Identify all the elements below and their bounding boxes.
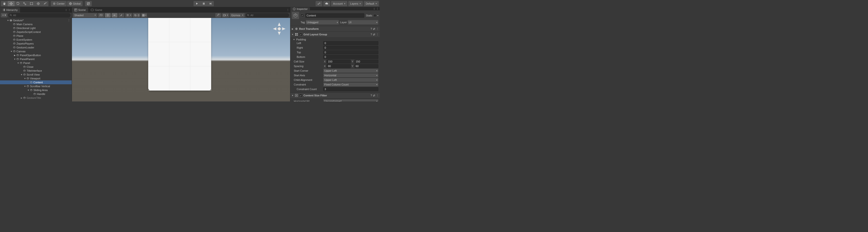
cellsize-y-input[interactable]: 150 bbox=[354, 60, 378, 63]
layers-dropdown[interactable]: Layers bbox=[348, 1, 363, 6]
help-icon[interactable]: ? bbox=[371, 94, 372, 97]
tree-row[interactable]: EventSystem bbox=[0, 38, 72, 42]
custom-tool[interactable] bbox=[42, 1, 49, 6]
lighting-toggle[interactable] bbox=[105, 13, 111, 18]
account-dropdown[interactable]: Account bbox=[331, 1, 347, 6]
foldout-icon[interactable]: ▶ bbox=[13, 54, 16, 57]
preset-icon[interactable]: ⇄ bbox=[373, 33, 375, 36]
tree-row[interactable]: Directional Light bbox=[0, 26, 72, 30]
tree-row[interactable]: ZepetoScriptContext bbox=[0, 30, 72, 34]
tree-row[interactable]: ▼Viewport bbox=[0, 76, 72, 80]
tree-row[interactable]: Content bbox=[0, 80, 72, 84]
gameobject-icon[interactable] bbox=[292, 12, 299, 19]
search-input[interactable] bbox=[13, 14, 69, 17]
tree-row[interactable]: Handle bbox=[0, 92, 72, 96]
padding-top-input[interactable]: 0 bbox=[323, 51, 378, 54]
tree-row[interactable]: ▼Scroll View bbox=[0, 73, 72, 76]
scene-menu-icon[interactable]: ⋮ bbox=[286, 8, 289, 12]
tree-row[interactable]: ▼Sliding Area bbox=[0, 88, 72, 92]
menu-icon[interactable]: ⋮ bbox=[376, 33, 379, 36]
help-icon[interactable]: ? bbox=[371, 33, 372, 36]
tree-row[interactable]: ▼PanelParent bbox=[0, 57, 72, 61]
foldout-icon[interactable]: ▼ bbox=[17, 62, 20, 64]
menu-icon[interactable]: ⋮ bbox=[376, 27, 379, 31]
csf-header[interactable]: ▼ ✓ Content Size Fitter ? ⇄ ⋮ bbox=[290, 93, 380, 98]
lock-icon[interactable]: ⟟ bbox=[66, 8, 67, 12]
foldout-icon[interactable]: ▼ bbox=[24, 77, 26, 80]
orientation-gizmo[interactable] bbox=[273, 23, 285, 35]
tree-row[interactable]: GestureLoader bbox=[0, 45, 72, 49]
csf-enabled-checkbox[interactable]: ✓ bbox=[299, 94, 303, 97]
hierarchy-tab[interactable]: Hierarchy bbox=[0, 7, 20, 12]
pivot-center-toggle[interactable]: Center bbox=[51, 1, 67, 6]
move-tool[interactable] bbox=[8, 1, 14, 6]
foldout-icon[interactable]: ▼ bbox=[7, 20, 9, 22]
help-icon[interactable]: ? bbox=[371, 27, 372, 31]
cellsize-x-input[interactable]: 150 bbox=[327, 60, 351, 63]
create-button[interactable]: + ▾ bbox=[1, 13, 7, 18]
step-button[interactable] bbox=[207, 1, 214, 6]
spacing-y-input[interactable]: 60 bbox=[354, 64, 378, 68]
draw-mode-dropdown[interactable]: Shaded▾ bbox=[73, 13, 97, 18]
hierarchy-tree[interactable]: ▼Gesture*⋮Main CameraDirectional LightZe… bbox=[0, 18, 72, 101]
foldout-icon[interactable]: ▼ bbox=[24, 85, 26, 88]
gameobject-name-input[interactable] bbox=[305, 13, 364, 18]
kebab-icon[interactable]: ⋮ bbox=[68, 19, 72, 22]
tree-row[interactable]: ▼Canvas bbox=[0, 49, 72, 53]
pause-button[interactable] bbox=[200, 1, 207, 6]
tree-row[interactable]: ▶PanelOpenButton bbox=[0, 53, 72, 57]
tree-row[interactable]: TitleInterface bbox=[0, 69, 72, 73]
startcorner-dropdown[interactable]: Upper Left bbox=[323, 69, 378, 73]
preset-icon[interactable]: ⇄ bbox=[373, 27, 375, 31]
hidden-count[interactable]: 0 bbox=[133, 13, 140, 18]
preset-icon[interactable]: ⇄ bbox=[373, 94, 375, 97]
constraint-dropdown[interactable]: Fixed Column Count bbox=[323, 82, 378, 87]
scene-search[interactable] bbox=[246, 13, 289, 18]
rect-tool[interactable] bbox=[28, 1, 35, 6]
scale-tool[interactable] bbox=[21, 1, 28, 6]
foldout-icon[interactable]: ▼ bbox=[27, 89, 30, 91]
fx-toggle[interactable] bbox=[118, 13, 124, 18]
play-button[interactable] bbox=[193, 1, 200, 6]
scene-tab[interactable]: Scene bbox=[72, 7, 88, 12]
game-tab[interactable]: Game bbox=[88, 7, 104, 12]
panel-menu-icon[interactable]: ⋮ bbox=[68, 8, 71, 12]
tree-row[interactable]: ▼Panel bbox=[0, 61, 72, 65]
tree-row[interactable]: ▼Scrollbar Vertical bbox=[0, 84, 72, 88]
local-global-toggle[interactable]: Global bbox=[67, 1, 83, 6]
collab-button[interactable] bbox=[316, 1, 322, 6]
foldout-icon[interactable]: ▼ bbox=[20, 74, 23, 76]
camera-toggle[interactable]: ▾ bbox=[141, 13, 147, 18]
layout-dropdown[interactable]: Default bbox=[364, 1, 379, 6]
static-dropdown-icon[interactable]: ▾ bbox=[377, 14, 378, 17]
tools-button[interactable] bbox=[215, 13, 221, 18]
active-checkbox[interactable]: ✓ bbox=[301, 14, 304, 17]
grid-snap-toggle[interactable] bbox=[85, 1, 92, 6]
childalign-dropdown[interactable]: Upper Left bbox=[323, 78, 378, 82]
audio-toggle[interactable] bbox=[112, 13, 118, 18]
padding-bottom-input[interactable]: 0 bbox=[323, 55, 378, 59]
grid-layout-header[interactable]: ▼ ✓ Grid Layout Group ? ⇄ ⋮ bbox=[290, 32, 380, 37]
grid-enabled-checkbox[interactable]: ✓ bbox=[299, 33, 303, 36]
tree-row[interactable]: Plane bbox=[0, 34, 72, 38]
lock-icon[interactable]: ⟟ bbox=[374, 7, 375, 10]
menu-icon[interactable]: ⋮ bbox=[376, 94, 379, 97]
padding-right-input[interactable]: 0 bbox=[323, 46, 378, 49]
tree-row[interactable]: ▶GestureTitle bbox=[0, 96, 72, 100]
hidden-dropdown[interactable]: ▾ bbox=[125, 13, 132, 18]
gizmos-dropdown[interactable]: Gizmos▾ bbox=[230, 13, 245, 18]
foldout-icon[interactable]: ▶ bbox=[20, 97, 23, 99]
rect-transform-header[interactable]: ▶ Rect Transform ? ⇄ ⋮ bbox=[290, 26, 380, 31]
scene-view[interactable] bbox=[72, 18, 290, 101]
hierarchy-search[interactable] bbox=[8, 13, 71, 18]
constraintcount-input[interactable]: 3 bbox=[323, 87, 378, 91]
camera-dropdown[interactable]: ▾ bbox=[222, 13, 229, 18]
padding-foldout[interactable]: ▼Padding bbox=[292, 38, 378, 41]
tree-row[interactable]: Main Camera bbox=[0, 22, 72, 26]
transform-tool[interactable] bbox=[35, 1, 42, 6]
tag-dropdown[interactable]: Untagged bbox=[306, 20, 339, 25]
spacing-x-input[interactable]: 80 bbox=[327, 64, 351, 68]
startaxis-dropdown[interactable]: Horizontal bbox=[323, 73, 378, 77]
tree-row[interactable]: ▼Gesture*⋮ bbox=[0, 19, 72, 22]
padding-left-input[interactable]: 0 bbox=[323, 41, 378, 45]
